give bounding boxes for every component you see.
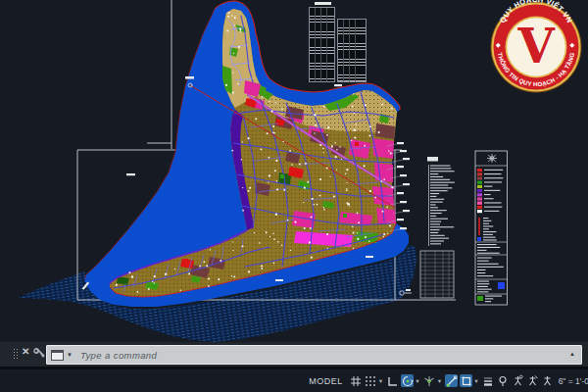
- chevron-down-icon[interactable]: ▼: [415, 378, 419, 384]
- polar-tracking-icon[interactable]: [401, 374, 414, 387]
- isometric-drafting-icon[interactable]: [423, 374, 436, 387]
- statistics-table-2: [337, 19, 367, 82]
- customize-wrench-icon[interactable]: [33, 346, 45, 360]
- chevron-down-icon[interactable]: ▼: [67, 352, 73, 358]
- title-block-panel: [475, 151, 508, 305]
- ortho-icon[interactable]: [386, 374, 399, 387]
- grid-icon[interactable]: [350, 374, 363, 387]
- lineweight-icon[interactable]: [482, 374, 495, 387]
- command-prompt-icon: [51, 350, 64, 361]
- annotation-visibility-icon[interactable]: [512, 374, 524, 387]
- annotation-pin-icon[interactable]: [497, 374, 510, 387]
- snap-icon[interactable]: [365, 374, 377, 387]
- chevron-down-icon[interactable]: ▼: [437, 378, 442, 384]
- command-input[interactable]: ▼ Type a command ▲: [46, 345, 582, 365]
- status-bar: MODEL ▼ ▼ ▼ ▼ 6" = 1'-0": [0, 369, 588, 392]
- autoscale-icon[interactable]: [526, 374, 539, 387]
- autocad-window: { "app": {"name": "CAD drawing viewer", …: [0, 0, 588, 392]
- chevron-up-icon[interactable]: ▲: [569, 351, 575, 357]
- table-title-bar: [315, 2, 331, 5]
- annotation-scale-icon[interactable]: [541, 374, 554, 387]
- object-snap-icon[interactable]: [460, 374, 472, 387]
- chevron-down-icon[interactable]: ▼: [473, 378, 478, 384]
- stamp-letter: V: [516, 19, 555, 74]
- command-placeholder: Type a command: [80, 350, 157, 361]
- close-icon[interactable]: ✕: [22, 346, 29, 357]
- command-bar: ✕ ▼ Type a command ▲: [0, 342, 588, 367]
- statistics-table-1: [309, 7, 335, 82]
- legend-list: [427, 157, 455, 246]
- model-tab[interactable]: MODEL: [309, 376, 343, 386]
- chevron-down-icon[interactable]: ▼: [378, 378, 383, 384]
- object-snap-tracking-icon[interactable]: [445, 374, 458, 387]
- data-table: [420, 251, 454, 298]
- north-arrow-icon: [487, 154, 497, 163]
- command-bar-grip[interactable]: [13, 348, 19, 361]
- quy-hoach-stamp: V QUY HOẠCH VIỆT VN THÔNG TIN QUY HOẠCH …: [482, 0, 588, 96]
- annotation-scale-value[interactable]: 6" = 1'-0": [559, 376, 588, 386]
